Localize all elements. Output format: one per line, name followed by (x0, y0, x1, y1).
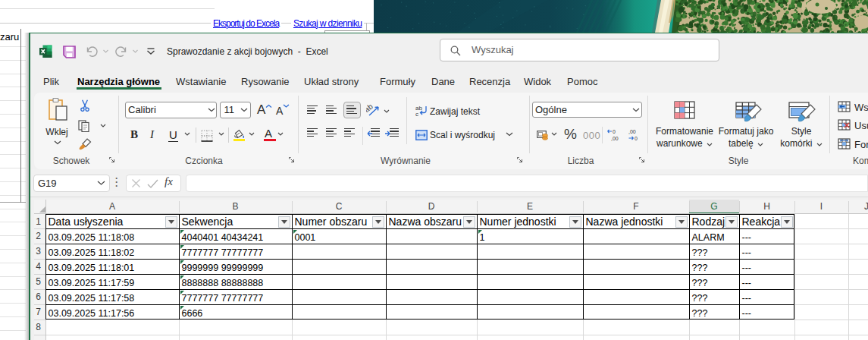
svg-text:0: 0 (613, 129, 616, 134)
svg-text:ab: ab (366, 104, 374, 114)
svg-text:0: 0 (635, 136, 638, 141)
svg-text:,00: ,00 (611, 136, 619, 141)
svg-text:,00: ,00 (628, 129, 636, 134)
svg-text:c: c (415, 111, 418, 118)
